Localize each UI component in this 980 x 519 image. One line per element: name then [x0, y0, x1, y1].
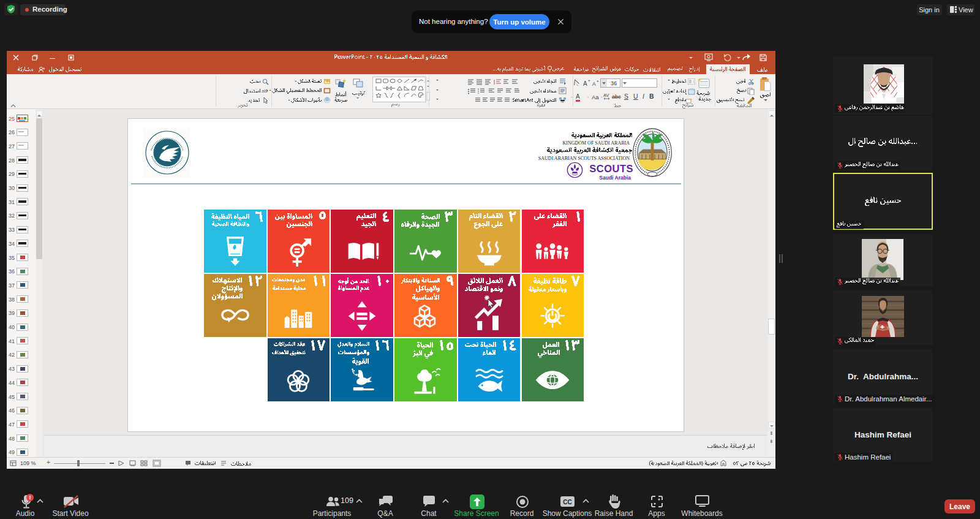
svg-text:CC: CC	[563, 499, 571, 506]
svg-text:!: !	[29, 494, 31, 501]
svg-text:AV: AV	[603, 93, 609, 98]
